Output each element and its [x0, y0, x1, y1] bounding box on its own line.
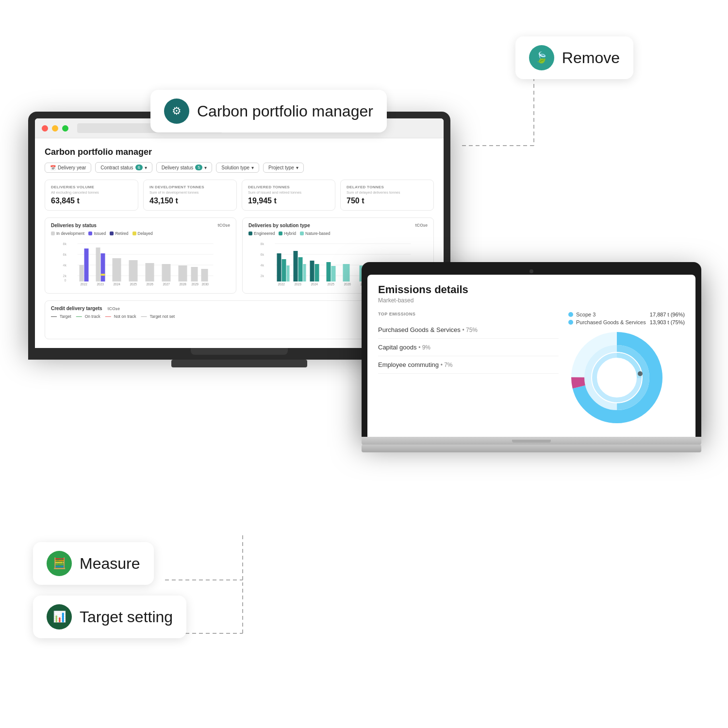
stat-del-vol-label: DELIVERIES VOLUME — [51, 185, 132, 189]
svg-rect-22 — [129, 260, 138, 281]
purchased-goods-dot — [568, 320, 573, 325]
purchased-goods-scope-value: 13,903 t (75%) — [650, 319, 685, 325]
svg-text:6k: 6k — [261, 253, 265, 256]
monitor-app-title: Carbon portfolio manager — [45, 147, 434, 157]
svg-rect-53 — [327, 262, 331, 281]
laptop-content: Emissions details Market-based TOP EMISS… — [367, 275, 695, 437]
stat-del-vol-sub: All excluding canceled tonnes — [51, 190, 132, 195]
chart2-title: Deliveries by solution type tCO₂e — [248, 223, 428, 228]
emission-capital-goods: Capital goods • 9% — [378, 339, 559, 356]
stat-dev-t-value: 43,150 t — [149, 197, 231, 205]
svg-rect-51 — [310, 261, 314, 281]
carbon-icon: ⚙ — [164, 99, 189, 124]
svg-point-76 — [600, 361, 633, 394]
remove-label[interactable]: 🍃 Remove — [515, 36, 633, 79]
legend-on-track: — On track — [76, 313, 100, 320]
svg-rect-47 — [287, 265, 290, 281]
svg-rect-46 — [282, 259, 286, 281]
svg-text:4k: 4k — [63, 264, 67, 267]
tl-red[interactable] — [42, 125, 48, 132]
tl-green[interactable] — [62, 125, 68, 132]
svg-text:2028: 2028 — [180, 282, 187, 286]
svg-text:2023: 2023 — [97, 282, 104, 286]
filter-project-type[interactable]: Project type ▾ — [263, 163, 304, 173]
scope3-name: Scope 3 — [576, 312, 596, 317]
svg-rect-45 — [277, 253, 281, 281]
svg-text:2023: 2023 — [295, 282, 302, 286]
legend-target-not-set: — Target not set — [141, 313, 175, 320]
scope3-item: Scope 3 17,887 t (96%) — [568, 312, 685, 317]
laptop-screen: Emissions details Market-based TOP EMISS… — [367, 275, 695, 437]
stat-delayed-sub: Sum of delayed deliveries tonnes — [347, 190, 428, 195]
filter-contract-status[interactable]: Contract status 6 ▾ — [95, 162, 152, 173]
svg-rect-26 — [191, 267, 198, 281]
svg-point-77 — [638, 371, 643, 376]
emissions-title: Emissions details — [378, 283, 685, 296]
svg-rect-21 — [113, 258, 121, 281]
filter-delivery-status[interactable]: Delivery status 5 ▾ — [156, 162, 213, 173]
legend-delayed: Delayed — [132, 231, 153, 236]
emission-pg-name: Purchased Goods & Services — [378, 326, 461, 333]
svg-text:2025: 2025 — [130, 282, 137, 286]
laptop-notch — [367, 268, 695, 275]
svg-rect-48 — [294, 251, 298, 281]
emission-employee-commuting: Employee commuting • 7% — [378, 356, 559, 374]
filter-delivery-label: Delivery status — [162, 165, 194, 170]
emission-pg-pct: • 75% — [462, 327, 478, 333]
laptop-bottom — [362, 445, 701, 452]
svg-text:2030: 2030 — [202, 282, 209, 286]
emissions-right: Scope 3 17,887 t (96%) Purchased Goods &… — [568, 312, 685, 428]
svg-text:0: 0 — [65, 279, 66, 282]
remove-icon: 🍃 — [529, 45, 554, 70]
carbon-portfolio-label[interactable]: ⚙ Carbon portfolio manager — [150, 90, 387, 132]
svg-text:2022: 2022 — [81, 282, 88, 286]
scope-legend: Scope 3 17,887 t (96%) Purchased Goods &… — [568, 312, 685, 325]
remove-text: Remove — [562, 49, 620, 67]
emissions-body: TOP EMISSIONS Purchased Goods & Services… — [378, 312, 685, 428]
legend-nature: Nature-based — [300, 231, 331, 236]
target-icon: 📊 — [47, 604, 72, 629]
svg-rect-16 — [80, 265, 84, 281]
monitor-base — [171, 360, 307, 367]
svg-text:2024: 2024 — [311, 282, 318, 286]
legend-retired: Retired — [110, 231, 128, 236]
svg-rect-23 — [146, 263, 154, 281]
chart2-legend: Engineered Hybrid Nature-based — [248, 231, 428, 236]
stat-delayed-tonnes: DELAYED TONNES Sum of delayed deliveries… — [340, 180, 434, 211]
emission-purchased-goods: Purchased Goods & Services • 75% — [378, 321, 559, 339]
measure-text: Measure — [80, 555, 140, 573]
stat-delayed-value: 750 t — [347, 197, 428, 205]
legend-issued: Issued — [88, 231, 106, 236]
stat-deliveries-volume: DELIVERIES VOLUME All excluding canceled… — [45, 180, 138, 211]
stat-delivered-tonnes: DELIVERED TONNES Sum of issued and retir… — [242, 180, 335, 211]
svg-rect-19 — [101, 253, 105, 281]
svg-rect-20 — [101, 274, 105, 276]
svg-rect-17 — [84, 248, 89, 281]
chart1-title: Deliveries by status tCO₂e — [51, 223, 230, 228]
svg-text:2026: 2026 — [344, 282, 351, 286]
target-text: Target setting — [80, 608, 173, 626]
stat-dev-t-label: IN DEVELOPMENT TONNES — [149, 185, 231, 189]
measure-label[interactable]: 🧮 Measure — [33, 542, 154, 585]
svg-rect-55 — [343, 264, 350, 281]
svg-text:2024: 2024 — [114, 282, 121, 286]
laptop-camera — [529, 269, 533, 273]
laptop-hinge — [512, 440, 551, 443]
laptop-screen-area: Emissions details Market-based TOP EMISS… — [362, 262, 701, 437]
donut-chart — [568, 329, 665, 426]
scope3-value: 17,887 t (96%) — [650, 312, 685, 317]
emissions-left: TOP EMISSIONS Purchased Goods & Services… — [378, 312, 559, 374]
svg-rect-25 — [179, 265, 187, 281]
project-type-label: Project type — [268, 165, 294, 170]
delivery-badge: 5 — [195, 165, 202, 170]
filter-delivery-year[interactable]: 📅 Delivery year — [45, 163, 91, 173]
filter-solution-type[interactable]: Solution type ▾ — [216, 163, 259, 173]
tl-yellow[interactable] — [52, 125, 58, 132]
stat-del-vol-value: 63,845 t — [51, 197, 132, 205]
svg-text:2k: 2k — [261, 274, 265, 278]
emission-ec-name: Employee commuting — [378, 361, 439, 368]
emission-cg-pct: • 9% — [418, 344, 430, 351]
emissions-subtitle: Market-based — [378, 297, 685, 304]
target-setting-label[interactable]: 📊 Target setting — [33, 596, 186, 638]
filter-contract-label: Contract status — [100, 165, 133, 170]
